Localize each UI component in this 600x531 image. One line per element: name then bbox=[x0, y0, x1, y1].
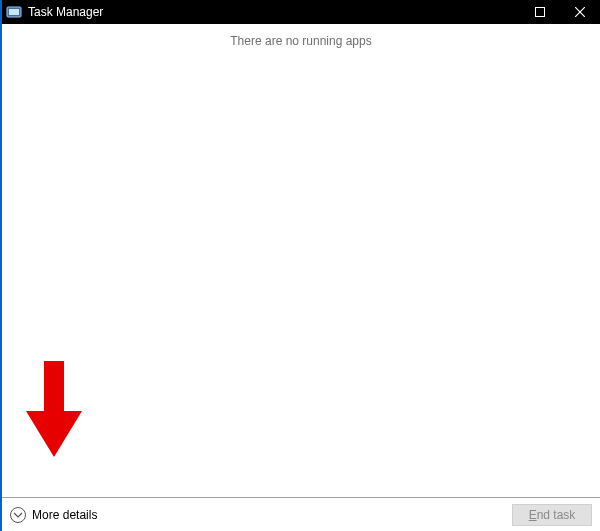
app-icon bbox=[6, 4, 22, 20]
empty-message: There are no running apps bbox=[2, 34, 600, 48]
svg-rect-2 bbox=[536, 8, 545, 17]
chevron-down-icon bbox=[10, 507, 26, 523]
task-manager-window: Task Manager There are no running apps bbox=[0, 0, 600, 531]
svg-rect-1 bbox=[9, 9, 19, 15]
window-title: Task Manager bbox=[28, 5, 103, 19]
more-details-label: More details bbox=[32, 508, 97, 522]
footer: More details End task bbox=[2, 497, 600, 531]
more-details-button[interactable]: More details bbox=[10, 507, 97, 523]
close-button[interactable] bbox=[560, 0, 600, 24]
svg-marker-5 bbox=[26, 361, 82, 457]
titlebar: Task Manager bbox=[2, 0, 600, 24]
end-task-button[interactable]: End task bbox=[512, 504, 592, 526]
content-area: There are no running apps bbox=[2, 24, 600, 497]
annotation-arrow-icon bbox=[26, 361, 82, 457]
maximize-button[interactable] bbox=[520, 0, 560, 24]
